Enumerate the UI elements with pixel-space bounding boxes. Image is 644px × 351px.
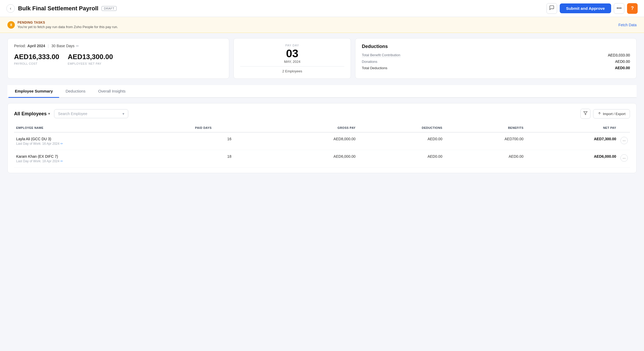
net-pay-cell: AED7,300.00 bbox=[526, 132, 618, 150]
back-icon: ‹ bbox=[10, 6, 11, 11]
submit-approve-button[interactable]: Submit and Approve bbox=[560, 3, 611, 13]
row-actions-cell: ··· bbox=[618, 150, 630, 168]
svg-marker-0 bbox=[584, 112, 587, 115]
import-export-icon bbox=[598, 112, 601, 116]
edit-employee-icon[interactable]: ✏ bbox=[60, 159, 63, 163]
table-row: Layla Ali (GCC DU 3) Last Day of Work: 1… bbox=[14, 132, 630, 150]
employee-name-cell: Layla Ali (GCC DU 3) Last Day of Work: 1… bbox=[14, 132, 193, 150]
col-deductions: DEDUCTIONS bbox=[358, 124, 445, 132]
base-days: 30 Base Days bbox=[51, 44, 74, 48]
employee-table: EMPLOYEE NAME PAID DAYS GROSS PAY DEDUCT… bbox=[14, 124, 630, 168]
filter-icon bbox=[583, 111, 588, 116]
net-pay-block: AED13,300.00 EMPLOYEES' NET PAY bbox=[68, 53, 113, 65]
employees-count: 2 Employees bbox=[240, 69, 344, 73]
employee-last-day: Last Day of Work: 16 Apr 2024 ✏ bbox=[16, 142, 191, 146]
more-options-button[interactable]: ••• bbox=[614, 3, 624, 14]
total-benefit-contribution-label: Total Benefit Contribution bbox=[362, 53, 400, 57]
col-employee-name: EMPLOYEE NAME bbox=[14, 124, 193, 132]
employees-net-pay-value: AED13,300.00 bbox=[68, 53, 113, 61]
help-icon: ? bbox=[631, 6, 634, 11]
deduction-row-total: Total Deductions AED0.00 bbox=[362, 66, 630, 70]
tab-employee-summary[interactable]: Employee Summary bbox=[8, 85, 59, 98]
comment-button[interactable] bbox=[546, 3, 557, 14]
employees-toolbar: All Employees ▾ Search Employee ▾ bbox=[14, 109, 630, 119]
edit-employee-icon[interactable]: ✏ bbox=[60, 142, 63, 146]
col-benefits: BENEFITS bbox=[444, 124, 526, 132]
table-header-row: EMPLOYEE NAME PAID DAYS GROSS PAY DEDUCT… bbox=[14, 124, 630, 132]
table-row: Karam Khan (EX DIFC 7) Last Day of Work:… bbox=[14, 150, 630, 168]
total-benefit-contribution-value: AED3,033.00 bbox=[608, 53, 630, 57]
row-more-button[interactable]: ··· bbox=[620, 137, 628, 144]
employee-name-cell: Karam Khan (EX DIFC 7) Last Day of Work:… bbox=[14, 150, 193, 168]
net-pay-cell: AED6,000.00 bbox=[526, 150, 618, 168]
help-button[interactable]: ? bbox=[627, 3, 638, 14]
fetch-data-link[interactable]: Fetch Data bbox=[619, 23, 637, 27]
deduction-row-donations: Donations AED0.00 bbox=[362, 59, 630, 64]
tab-deductions[interactable]: Deductions bbox=[59, 85, 92, 98]
back-button[interactable]: ‹ bbox=[6, 4, 15, 13]
all-employees-dropdown[interactable]: All Employees ▾ bbox=[14, 111, 50, 117]
employee-name: Karam Khan (EX DIFC 7) bbox=[16, 154, 191, 159]
deductions-cell: AED0.00 bbox=[358, 132, 445, 150]
header-left: ‹ Bulk Final Settlement Payroll DRAFT bbox=[6, 4, 117, 13]
donations-label: Donations bbox=[362, 60, 377, 64]
toolbar-right: Import / Export bbox=[580, 109, 630, 119]
deduction-row-benefit: Total Benefit Contribution AED3,033.00 bbox=[362, 53, 630, 57]
pending-tasks-label: PENDING TASKS bbox=[17, 21, 118, 24]
total-deductions-label: Total Deductions bbox=[362, 66, 387, 70]
search-employee-placeholder: Search Employee bbox=[58, 112, 120, 116]
col-net-pay: NET PAY bbox=[526, 124, 618, 132]
period-value: April 2024 bbox=[27, 44, 45, 48]
period-card: Period: April 2024 | 30 Base Days ✏ AED1… bbox=[7, 38, 229, 79]
more-icon: ••• bbox=[617, 6, 622, 11]
deductions-card-title: Deductions bbox=[362, 44, 630, 49]
period-prefix: Period: bbox=[14, 44, 26, 48]
donations-value: AED0.00 bbox=[615, 59, 630, 64]
employee-name: Layla Ali (GCC DU 3) bbox=[16, 137, 191, 141]
all-employees-label: All Employees bbox=[14, 111, 47, 117]
period-line: Period: April 2024 | 30 Base Days ✏ bbox=[14, 44, 223, 48]
deductions-card: Deductions Total Benefit Contribution AE… bbox=[355, 38, 637, 79]
search-employee-container[interactable]: Search Employee ▾ bbox=[54, 109, 128, 118]
total-deductions-value: AED0.00 bbox=[615, 66, 630, 70]
tab-overall-insights[interactable]: Overall Insights bbox=[92, 85, 132, 98]
payroll-cost-label: PAYROLL COST bbox=[14, 62, 59, 65]
pending-tasks-banner: 8 PENDING TASKS You're yet to fetch pay … bbox=[0, 17, 644, 33]
import-export-button[interactable]: Import / Export bbox=[593, 109, 630, 119]
main-content: Period: April 2024 | 30 Base Days ✏ AED1… bbox=[0, 33, 644, 351]
gross-pay-cell: AED6,000.00 bbox=[266, 150, 358, 168]
dropdown-arrow-icon: ▾ bbox=[48, 112, 50, 116]
pending-tasks-message: You're yet to fetch pay run data from Zo… bbox=[17, 25, 118, 29]
row-more-button[interactable]: ··· bbox=[620, 154, 628, 162]
search-dropdown-arrow-icon: ▾ bbox=[122, 112, 124, 116]
edit-period-icon[interactable]: ✏ bbox=[76, 44, 79, 48]
payday-month: MAY, 2024 bbox=[240, 60, 344, 64]
page-title: Bulk Final Settlement Payroll bbox=[18, 5, 98, 12]
payday-day: 03 bbox=[240, 48, 344, 59]
paid-days-cell: 16 bbox=[193, 132, 266, 150]
header-right: Submit and Approve ••• ? bbox=[546, 3, 638, 14]
summary-cards: Period: April 2024 | 30 Base Days ✏ AED1… bbox=[7, 38, 637, 79]
employee-section: All Employees ▾ Search Employee ▾ bbox=[7, 103, 637, 173]
payroll-cost-block: AED16,333.00 PAYROLL COST bbox=[14, 53, 59, 65]
benefits-cell: AED0.00 bbox=[444, 150, 526, 168]
import-export-label: Import / Export bbox=[603, 112, 625, 116]
col-paid-days: PAID DAYS bbox=[193, 124, 266, 132]
payday-label: PAY DAY bbox=[240, 44, 344, 47]
draft-badge: DRAFT bbox=[102, 6, 117, 11]
employees-net-pay-label: EMPLOYEES' NET PAY bbox=[68, 62, 113, 65]
pending-content: PENDING TASKS You're yet to fetch pay ru… bbox=[17, 21, 118, 29]
paid-days-cell: 18 bbox=[193, 150, 266, 168]
top-bar: ‹ Bulk Final Settlement Payroll DRAFT Su… bbox=[0, 0, 644, 17]
col-gross-pay: GROSS PAY bbox=[266, 124, 358, 132]
comment-icon bbox=[549, 5, 554, 12]
filter-button[interactable] bbox=[580, 109, 590, 119]
amounts-row: AED16,333.00 PAYROLL COST AED13,300.00 E… bbox=[14, 53, 223, 65]
pending-icon: 8 bbox=[7, 21, 15, 29]
pending-banner-left: 8 PENDING TASKS You're yet to fetch pay … bbox=[7, 21, 118, 29]
payroll-cost-value: AED16,333.00 bbox=[14, 53, 59, 61]
row-actions-cell: ··· bbox=[618, 132, 630, 150]
benefits-cell: AED700.00 bbox=[444, 132, 526, 150]
deductions-cell: AED0.00 bbox=[358, 150, 445, 168]
tabs-row: Employee Summary Deductions Overall Insi… bbox=[7, 85, 637, 98]
